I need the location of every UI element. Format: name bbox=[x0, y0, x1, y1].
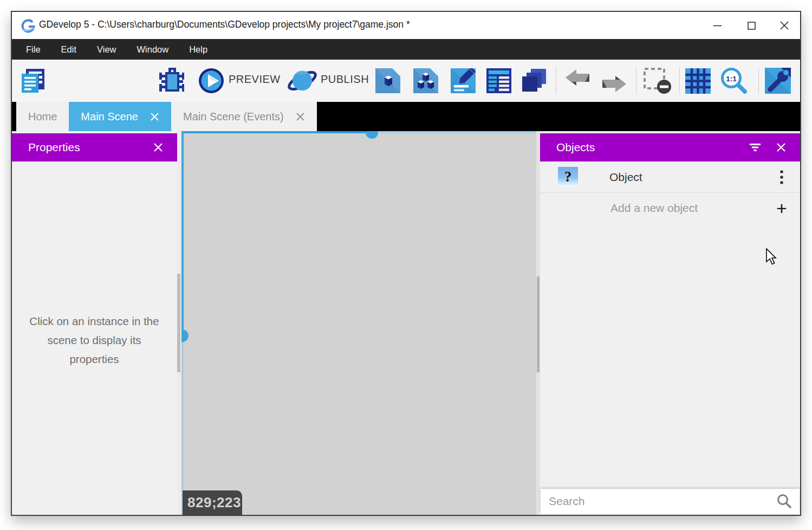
properties-panel-title: Properties bbox=[28, 141, 80, 154]
scene-scrollbar-horizontal[interactable] bbox=[181, 131, 372, 133]
object-thumbnail-icon: ? bbox=[558, 167, 578, 187]
window-title: GDevelop 5 - C:\Users\charburg\Documents… bbox=[39, 19, 410, 30]
close-icon bbox=[780, 21, 789, 30]
objects-search-bar bbox=[541, 489, 800, 514]
object-list-item[interactable]: ? Object bbox=[540, 161, 800, 193]
menu-help[interactable]: Help bbox=[189, 44, 207, 55]
search-icon bbox=[769, 493, 800, 509]
menu-bar: File Edit View Window Help bbox=[12, 39, 800, 60]
tools-wrench-icon bbox=[765, 68, 791, 94]
objects-editor-icon bbox=[375, 68, 400, 93]
tab-label: Home bbox=[28, 111, 57, 123]
debugger-button[interactable] bbox=[157, 68, 184, 94]
menu-file[interactable]: File bbox=[26, 44, 41, 55]
filter-icon bbox=[749, 143, 761, 152]
open-instances-list-button[interactable] bbox=[486, 68, 511, 94]
scene-scrollbar-horizontal[interactable] bbox=[372, 131, 536, 133]
publish-button[interactable] bbox=[287, 68, 317, 94]
preview-button[interactable] bbox=[198, 68, 224, 94]
close-window-button[interactable] bbox=[772, 12, 797, 39]
svg-text:1:1: 1:1 bbox=[726, 75, 737, 83]
filter-objects-button[interactable] bbox=[747, 139, 763, 156]
scene-properties-icon bbox=[451, 68, 476, 93]
app-window: GDevelop 5 - C:\Users\charburg\Documents… bbox=[11, 11, 801, 516]
project-manager-icon bbox=[20, 68, 47, 94]
toolbar-separator bbox=[636, 67, 636, 94]
zoom-1-1-icon: 1:1 bbox=[719, 67, 748, 95]
redo-icon bbox=[600, 69, 627, 93]
layers-icon bbox=[520, 68, 547, 94]
scene-scroll-handle-vertical[interactable] bbox=[181, 329, 189, 342]
object-groups-icon bbox=[413, 68, 438, 93]
open-settings-button[interactable] bbox=[765, 68, 791, 94]
gdevelop-logo-icon bbox=[21, 18, 36, 33]
objects-panel-title: Objects bbox=[556, 141, 595, 154]
publish-label[interactable]: PUBLISH bbox=[321, 73, 369, 86]
grid-icon bbox=[685, 68, 711, 94]
scene-canvas[interactable]: 829;223 bbox=[181, 131, 536, 515]
preview-play-icon bbox=[198, 68, 224, 94]
minimize-button[interactable] bbox=[705, 12, 730, 39]
canvas-scrollbar-thumb[interactable] bbox=[537, 276, 540, 372]
close-icon bbox=[776, 143, 786, 152]
undo-icon bbox=[564, 69, 592, 93]
objects-panel: Objects ? Object bbox=[540, 131, 800, 515]
open-objects-editor-button[interactable] bbox=[375, 68, 400, 94]
objects-search-input[interactable] bbox=[541, 495, 769, 508]
object-name: Object bbox=[609, 171, 642, 184]
main-content: Properties Click on an instance in the s… bbox=[12, 131, 800, 515]
title-bar: GDevelop 5 - C:\Users\charburg\Documents… bbox=[12, 12, 800, 39]
properties-empty-message: Click on an instance in the scene to dis… bbox=[24, 312, 165, 369]
redo-button[interactable] bbox=[600, 68, 627, 94]
close-icon bbox=[153, 143, 163, 152]
properties-panel-header: Properties bbox=[12, 133, 177, 161]
publish-planet-icon bbox=[287, 67, 317, 94]
undo-button[interactable] bbox=[564, 68, 592, 94]
toggle-grid-button[interactable] bbox=[685, 68, 711, 94]
add-object-label: Add a new object bbox=[610, 202, 698, 215]
tab-main-scene[interactable]: Main Scene bbox=[69, 102, 171, 131]
objects-panel-header: Objects bbox=[540, 133, 800, 161]
minimize-icon bbox=[713, 22, 722, 30]
zoom-reset-button[interactable]: 1:1 bbox=[719, 68, 748, 94]
object-menu-button[interactable] bbox=[771, 170, 792, 184]
close-objects-button[interactable] bbox=[773, 139, 789, 156]
menu-window[interactable]: Window bbox=[137, 44, 169, 55]
preview-label[interactable]: PREVIEW bbox=[229, 73, 281, 86]
maximize-button[interactable] bbox=[739, 12, 764, 39]
maximize-icon bbox=[748, 22, 756, 30]
open-layers-editor-button[interactable] bbox=[520, 68, 547, 94]
toolbar: PREVIEW PUBLISH bbox=[12, 60, 800, 102]
toggle-mask-button[interactable] bbox=[642, 68, 673, 94]
tab-main-scene-events[interactable]: Main Scene (Events) bbox=[171, 102, 317, 131]
tab-close-button[interactable] bbox=[296, 112, 305, 121]
close-properties-button[interactable] bbox=[150, 139, 166, 156]
scene-properties-button[interactable] bbox=[451, 68, 476, 94]
project-manager-button[interactable] bbox=[20, 68, 47, 94]
tab-close-button[interactable] bbox=[150, 112, 159, 121]
scene-scrollbar-vertical[interactable] bbox=[181, 131, 184, 336]
plus-icon: + bbox=[771, 199, 792, 217]
tab-bar: Home Main Scene Main Scene (Events) bbox=[12, 102, 800, 131]
open-object-groups-button[interactable] bbox=[413, 68, 438, 94]
tab-home[interactable]: Home bbox=[16, 102, 69, 131]
add-new-object-button[interactable]: Add a new object + bbox=[540, 193, 800, 223]
debug-bug-icon bbox=[157, 68, 184, 94]
menu-view[interactable]: View bbox=[97, 44, 116, 55]
close-icon bbox=[150, 112, 159, 121]
toolbar-separator bbox=[679, 67, 680, 94]
instances-list-icon bbox=[486, 68, 511, 93]
scene-scrollbar-vertical[interactable] bbox=[181, 336, 184, 515]
cursor-coordinates-badge: 829;223 bbox=[183, 490, 242, 515]
tab-label: Main Scene (Events) bbox=[183, 111, 284, 123]
close-icon bbox=[296, 112, 305, 121]
menu-edit[interactable]: Edit bbox=[61, 44, 76, 55]
kebab-menu-icon bbox=[780, 170, 783, 184]
mask-deactivate-icon bbox=[642, 67, 673, 94]
scene-scroll-handle-horizontal[interactable] bbox=[366, 131, 378, 139]
properties-scrollbar[interactable] bbox=[177, 274, 180, 372]
toolbar-separator bbox=[758, 67, 759, 94]
properties-panel: Properties Click on an instance in the s… bbox=[12, 131, 177, 515]
tab-label: Main Scene bbox=[81, 111, 138, 123]
toolbar-separator bbox=[556, 67, 556, 94]
